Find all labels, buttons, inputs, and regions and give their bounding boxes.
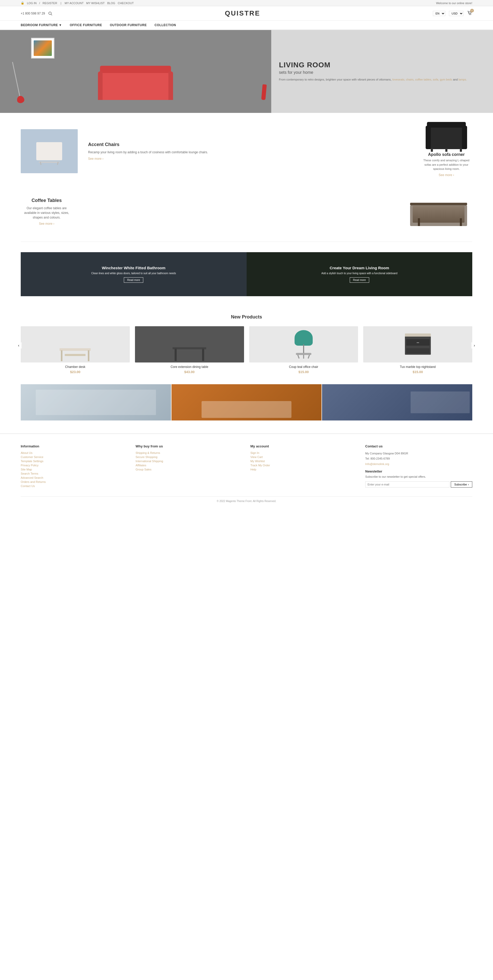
footer-about-us[interactable]: About Us [21,451,128,454]
promo-bathroom-banner[interactable]: Winchester White Fitted Bathroom Clean l… [21,252,247,296]
product-chair-image [249,326,358,363]
footer-orders-returns[interactable]: Orders and Returns [21,480,128,484]
register-link[interactable]: REGISTER [43,2,57,5]
nav-bedroom-furniture[interactable]: BEDROOM FURNITURE ▼ [21,23,62,27]
footer-bottom: © 2022 Magento Theme Front. All Rights R… [21,496,472,503]
nav-collection[interactable]: COLLECTION [155,23,176,27]
footer-privacy-policy[interactable]: Privacy Policy [21,464,128,467]
top-bar-welcome: Welcome to our online store! [436,2,472,5]
product-office-chair[interactable]: Coup teal office chair $15.00 [249,326,358,374]
main-nav: BEDROOM FURNITURE ▼ OFFICE FURNITURE OUT… [0,21,493,30]
hero-description: From contemporary to retro designs, brig… [279,77,485,82]
login-link[interactable]: LOG IN [27,2,37,5]
nav-office-furniture[interactable]: OFFICE FURNITURE [70,23,102,27]
accent-chairs-see-more[interactable]: See more › [88,157,104,161]
hero-coffee-tables-link[interactable]: coffee tables, [415,78,432,81]
product-chair-name: Coup teal office chair [249,365,358,369]
accent-chairs-image [21,129,78,173]
nav-divider: | [60,2,62,5]
footer-advanced-search[interactable]: Advanced Search [21,476,128,479]
product-dining-table[interactable]: Core extension dining table $43.00 [135,326,244,374]
accent-chairs-title: Accent Chairs [88,142,410,147]
footer-company: My Company Glasgow D04 89GR [365,451,472,456]
hero-gym-beds-link[interactable]: gym beds [440,78,452,81]
currency-selector[interactable]: USD EUR [449,11,463,16]
newsletter-email-input[interactable] [365,481,450,488]
newsletter-form: Subscribe › [365,481,472,488]
product-table-price: $43.00 [135,370,244,374]
footer-template-settings[interactable]: Template Settings [21,460,128,463]
footer-information: Information About Us Customer Service Te… [21,444,128,488]
my-wishlist-link[interactable]: MY WISHLIST [86,2,105,5]
apollo-sofa-desc: These comfy and amazing L-shaped sofas a… [420,158,472,171]
header-left: +1 800 598 97 29 [21,11,52,16]
blog-link[interactable]: BLOG [107,2,115,5]
footer-my-wishlist[interactable]: My Wishlist [250,460,357,463]
hero-chairs-link[interactable]: chairs, [406,78,414,81]
language-selector[interactable]: EN FR [433,11,445,16]
footer-email-link[interactable]: Info@demolink.org [365,462,472,466]
promo-livingroom-button[interactable]: Read more [350,277,369,283]
my-account-link[interactable]: MY ACCOUNT [65,2,84,5]
apollo-sofa-see-more[interactable]: See more › [439,173,454,177]
gallery-item-1[interactable] [21,384,171,420]
cart-icon[interactable]: 0 [467,10,472,16]
newsletter-title: Newsletter [365,469,472,473]
footer-shipping-returns[interactable]: Shipping & Returns [136,451,243,454]
promo-bathroom-desc: Clean lines and white gloss doors, tailo… [91,272,176,275]
gallery-section [21,384,472,420]
footer-my-account: My account Sign In View Cart My Wishlist… [250,444,357,488]
promo-livingroom-title: Create Your Dream Living Room [321,266,397,270]
apollo-sofa-title: Apollo sofa corner [420,152,472,157]
footer-information-title: Information [21,444,128,448]
coffee-tables-section: Coffee Tables Our elegant coffee tables … [0,190,493,242]
products-next-arrow[interactable]: › [471,342,477,348]
footer-tel: Tel: 800-2345-6789 [365,457,472,461]
promo-banners: Winchester White Fitted Bathroom Clean l… [21,252,472,296]
footer-group-sales[interactable]: Group Sales [136,468,243,471]
top-bar: 🔒 LOG IN / REGISTER | MY ACCOUNT MY WISH… [0,0,493,6]
footer-sign-in[interactable]: Sign In [250,451,357,454]
hero-subtitle: sets for your home [279,70,485,75]
promo-livingroom-desc: Add a stylish touch to your living space… [321,272,397,275]
promo-livingroom-banner[interactable]: Create Your Dream Living Room Add a styl… [247,252,472,296]
logo[interactable]: QUISTRE [52,10,433,18]
footer-international-shipping[interactable]: International Shipping [136,460,243,463]
hero-content: LIVING ROOM sets for your home From cont… [271,30,493,113]
coffee-tables-text: Coffee Tables Our elegant coffee tables … [21,198,73,226]
product-nightstand-price: $15.00 [363,370,472,374]
search-icon[interactable] [48,11,52,16]
subscribe-button[interactable]: Subscribe › [451,481,472,488]
hero-sofa-link[interactable]: sofa, [433,78,439,81]
hero-loveseats-link[interactable]: loveseats, [392,78,405,81]
footer-email: Info@demolink.org [365,462,472,466]
footer-site-map[interactable]: Site Map [21,468,128,471]
footer-why-buy-title: Why buy from us [136,444,243,448]
gallery-item-3[interactable] [322,384,472,420]
hero-title: LIVING ROOM [279,61,485,69]
footer-help[interactable]: Help [250,468,357,471]
products-prev-arrow[interactable]: ‹ [16,342,22,348]
footer-contact: Contact us My Company Glasgow D04 89GR T… [365,444,472,488]
product-chamber-desk[interactable]: Chamber desk $23.00 [21,326,130,374]
footer-search-terms[interactable]: Search Terms [21,472,128,475]
phone-number: +1 800 598 97 29 [21,12,45,15]
hero-lamps-link[interactable]: lamps. [458,78,467,81]
footer-track-order[interactable]: Track My Order [250,464,357,467]
coffee-tables-see-more[interactable]: See more › [39,222,54,226]
footer-affiliates[interactable]: Affiliates [136,464,243,467]
footer-customer-service[interactable]: Customer Service [21,455,128,458]
promo-bathroom-button[interactable]: Read more [124,277,143,283]
gallery-item-2[interactable] [171,384,322,420]
subscribe-arrow-icon: › [468,483,469,486]
footer-contact-us[interactable]: Contact Us [21,484,128,488]
svg-point-2 [469,14,470,15]
promo-bathroom-title: Winchester White Fitted Bathroom [91,266,176,270]
footer-view-cart[interactable]: View Cart [250,455,357,458]
hero-image-left [0,30,271,113]
nav-outdoor-furniture[interactable]: OUTDOOR FURNITURE [110,23,147,27]
product-nightstand[interactable]: Tux marble top nightstand $15.00 [363,326,472,374]
checkout-link[interactable]: CHECKOUT [118,2,134,5]
footer-secure-shopping[interactable]: Secure Shopping [136,455,243,458]
separator: / [39,2,40,5]
